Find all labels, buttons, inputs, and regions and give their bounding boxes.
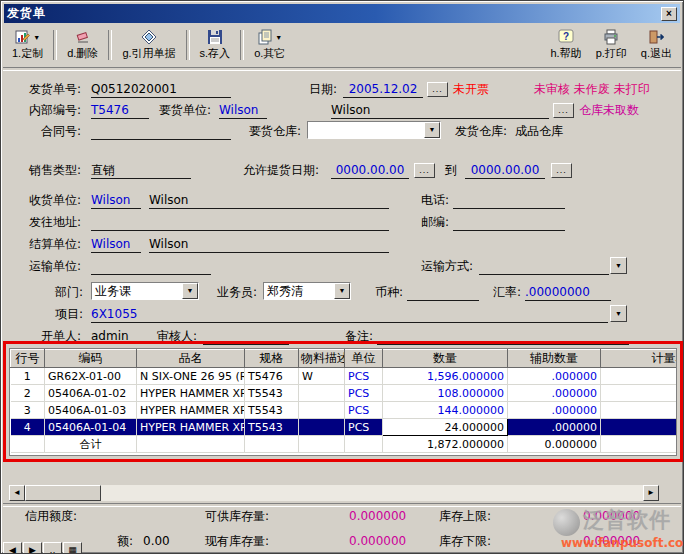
- zip-label: 邮编:: [421, 215, 449, 230]
- transport-mode-field[interactable]: [479, 259, 609, 275]
- watermark-logo-icon: [553, 509, 580, 536]
- currency-field[interactable]: [407, 285, 479, 301]
- zip-field[interactable]: [453, 215, 565, 231]
- reference-doc-button[interactable]: g.引用单据: [115, 27, 182, 63]
- department-select[interactable]: 业务课 ▼: [91, 282, 199, 300]
- pickup-to-field[interactable]: 0000.00.00: [465, 163, 545, 179]
- cell-qty: 144.000000: [383, 402, 508, 419]
- date-field[interactable]: 2005.12.02: [343, 82, 423, 98]
- scrollbar-thumb[interactable]: [25, 485, 101, 501]
- project-field[interactable]: 6X1055: [91, 307, 608, 323]
- credit-balance-label: 额:: [117, 534, 133, 549]
- cell-desc: [299, 385, 345, 402]
- nav-grid-button[interactable]: ▦: [63, 542, 82, 554]
- transport-mode-label: 运输方式:: [421, 259, 473, 274]
- chevron-down-icon[interactable]: ▼: [424, 122, 440, 138]
- total-aux-qty: 0.000000: [508, 436, 601, 453]
- currency-label: 币种:: [375, 285, 403, 300]
- col-header-spec: 规格: [245, 350, 299, 368]
- settle-unit-label: 结算单位:: [29, 237, 81, 252]
- rate-field[interactable]: .00000000: [525, 285, 611, 301]
- warehouse-note: 仓库未取数: [579, 103, 639, 118]
- items-grid[interactable]: 行号 编码 品名 规格 物料描述 单位 数量 辅助数量 计量单位 1 GR62X…: [9, 348, 677, 456]
- date-picker-button[interactable]: ...: [427, 82, 448, 97]
- remark-label: 备注:: [345, 329, 373, 344]
- toolbar-separator: [240, 30, 244, 60]
- delivery-order-window: 发货单 × ▼ 1.定制 d.删除 g.引用单据 s.存入: [0, 0, 684, 554]
- table-row[interactable]: 2 05406A-01-02 HYPER HAMMER XP (R) T5543…: [11, 385, 678, 402]
- table-row[interactable]: 3 05406A-01-03 HYPER HAMMER XP (R) T5543…: [11, 402, 678, 419]
- pickup-to-word: 到: [445, 163, 457, 178]
- cell-measure-unit: [601, 402, 678, 419]
- ship-warehouse-value: 成品仓库: [515, 124, 563, 139]
- nav-next-button[interactable]: ▶: [23, 542, 42, 554]
- print-button[interactable]: p.打印: [589, 27, 634, 63]
- contract-no-field[interactable]: [91, 124, 231, 140]
- cell-unit: PCS: [345, 368, 383, 385]
- settle-unit-code-field[interactable]: Wilson: [91, 237, 141, 253]
- cell-row-no: 1: [11, 368, 45, 385]
- demand-unit-code-field[interactable]: Wilson: [219, 103, 267, 119]
- titlebar[interactable]: 发货单 ×: [4, 4, 680, 23]
- pickup-to-picker-button[interactable]: ...: [551, 163, 572, 178]
- other-icon: [257, 29, 273, 45]
- exit-button[interactable]: q.退出: [634, 27, 679, 63]
- phone-field[interactable]: [453, 193, 565, 209]
- scroll-left-icon[interactable]: ◄: [9, 485, 25, 501]
- help-icon: ?: [558, 29, 574, 45]
- transport-mode-dropdown-button[interactable]: ▼: [610, 257, 627, 274]
- delete-button[interactable]: d.删除: [60, 27, 105, 63]
- toolbar-separator: [186, 30, 190, 60]
- demand-warehouse-select[interactable]: ▼: [307, 121, 441, 139]
- pickup-from-field[interactable]: 0000.00.00: [331, 163, 409, 179]
- close-button[interactable]: ×: [661, 7, 677, 21]
- other-label: o.其它: [254, 46, 285, 61]
- auditor-field[interactable]: [203, 329, 289, 345]
- chevron-down-icon[interactable]: ▼: [334, 283, 350, 299]
- horizontal-scrollbar[interactable]: ◄ ►: [9, 485, 659, 501]
- cell-aux-qty: .000000: [508, 368, 601, 385]
- contract-no-label: 合同号:: [41, 124, 81, 139]
- cell-desc: [299, 402, 345, 419]
- save-button[interactable]: s.存入: [193, 27, 238, 63]
- other-button[interactable]: ▼ o.其它: [247, 27, 292, 63]
- remark-field[interactable]: [377, 329, 629, 345]
- col-header-row-no: 行号: [11, 350, 45, 368]
- current-stock-label: 现有库存量:: [205, 534, 269, 549]
- credit-balance-value: 0.00: [143, 534, 170, 549]
- cell-measure-unit: [601, 419, 678, 436]
- receive-unit-name-field[interactable]: Wilson: [149, 193, 389, 209]
- chevron-down-icon[interactable]: ▼: [275, 34, 282, 41]
- scrollbar-track[interactable]: [25, 485, 643, 501]
- order-no-field[interactable]: Q0512020001: [91, 82, 231, 98]
- cell-desc: [299, 419, 345, 436]
- scroll-right-icon[interactable]: ►: [643, 485, 659, 501]
- address-field[interactable]: [91, 215, 389, 231]
- table-row-selected[interactable]: 4 05406A-01-04 HYPER HAMMER XP (R) T5543…: [11, 419, 678, 436]
- help-button[interactable]: ? h.帮助: [543, 27, 588, 63]
- internal-no-field[interactable]: T5476: [91, 103, 149, 119]
- table-row[interactable]: 1 GR62X-01-00 N SIX-ONE 26 95 (R) T5476 …: [11, 368, 678, 385]
- chevron-down-icon[interactable]: ▼: [33, 34, 40, 41]
- sale-type-field[interactable]: 直销: [91, 163, 191, 179]
- cell-spec: T5543: [245, 402, 299, 419]
- demand-unit-name-field[interactable]: Wilson: [331, 103, 549, 119]
- receive-unit-code-field[interactable]: Wilson: [91, 193, 141, 209]
- receive-unit-label: 收货单位:: [29, 193, 81, 208]
- cell-code: 05406A-01-04: [45, 419, 137, 436]
- qty-edit-cell[interactable]: 24.000000: [383, 419, 508, 436]
- customize-button[interactable]: ▼ 1.定制: [5, 27, 50, 63]
- chevron-down-icon[interactable]: ▼: [182, 283, 198, 299]
- demand-unit-lookup-button[interactable]: ...: [553, 103, 574, 118]
- nav-more-button[interactable]: ‥: [43, 542, 62, 554]
- print-icon: [603, 29, 619, 45]
- status-flags: 未审核 未作废 未打印: [534, 82, 650, 97]
- pickup-from-picker-button[interactable]: ...: [414, 163, 435, 178]
- transport-unit-field[interactable]: [91, 259, 211, 275]
- phone-label: 电话:: [421, 193, 449, 208]
- project-dropdown-button[interactable]: ▼: [610, 305, 627, 322]
- cell-aux-qty: .000000: [508, 385, 601, 402]
- salesman-select[interactable]: 郑秀清 ▼: [263, 282, 351, 300]
- settle-unit-name-field[interactable]: Wilson: [149, 237, 389, 253]
- nav-first-button[interactable]: ◀: [3, 542, 22, 554]
